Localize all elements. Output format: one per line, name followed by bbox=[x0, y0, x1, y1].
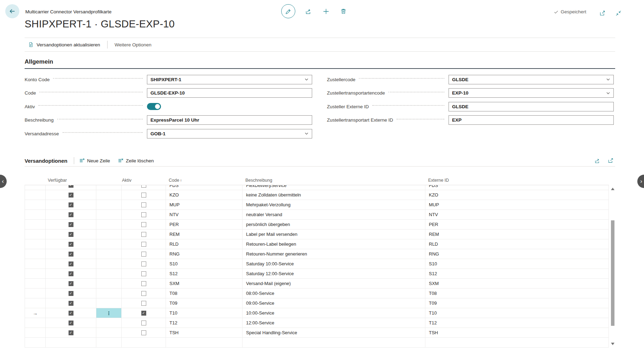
cell-verfuegbar[interactable]: ✓ bbox=[45, 200, 96, 209]
verfuegbar-checkbox[interactable]: ✓ bbox=[69, 242, 73, 247]
cell-code[interactable]: NTV bbox=[166, 210, 242, 219]
verfuegbar-checkbox[interactable]: ✓ bbox=[69, 291, 73, 296]
table-row[interactable]: ✓ RNG Retouren-Nummer generieren RNG bbox=[25, 249, 608, 259]
cell-code[interactable]: RLD bbox=[166, 239, 242, 249]
aktiv-checkbox[interactable] bbox=[141, 261, 146, 266]
cell-aktiv[interactable] bbox=[121, 200, 166, 209]
column-header-aktiv[interactable]: Aktiv bbox=[121, 178, 165, 185]
cell-aktiv[interactable] bbox=[121, 239, 166, 249]
aktiv-checkbox[interactable] bbox=[141, 242, 146, 247]
cell-code[interactable]: REM bbox=[166, 230, 242, 239]
cell-code[interactable]: KZO bbox=[166, 190, 242, 200]
open-in-new-window-button[interactable] bbox=[598, 8, 607, 18]
cell-verfuegbar[interactable]: ✓ bbox=[45, 249, 96, 259]
back-button[interactable] bbox=[5, 4, 19, 18]
cell-beschreibung[interactable]: Versand-Mail (eigene) bbox=[242, 279, 425, 288]
cell-code[interactable]: T09 bbox=[166, 298, 242, 308]
cell-row-selector[interactable] bbox=[25, 328, 45, 337]
verfuegbar-checkbox[interactable]: ✓ bbox=[69, 311, 73, 316]
cell-verfuegbar[interactable]: ✓ bbox=[45, 185, 96, 190]
field-input-versandadresse[interactable]: GOB-1 bbox=[147, 129, 312, 138]
cell-code[interactable]: SXM bbox=[166, 279, 242, 288]
delete-line-button[interactable]: Zeile löschen bbox=[118, 158, 154, 163]
next-record-button[interactable]: › bbox=[637, 175, 644, 188]
cell-externe-id[interactable]: T08 bbox=[425, 289, 609, 298]
cell-row-options[interactable] bbox=[96, 259, 121, 269]
cell-verfuegbar[interactable]: ✓ bbox=[45, 279, 96, 288]
cell-code[interactable]: PER bbox=[166, 220, 242, 229]
verfuegbar-checkbox[interactable]: ✓ bbox=[69, 271, 73, 276]
verfuegbar-checkbox[interactable]: ✓ bbox=[69, 185, 73, 188]
cell-beschreibung[interactable]: 08:00-Service bbox=[242, 289, 425, 298]
section-title-versandoptionen[interactable]: Versandoptionen bbox=[25, 158, 67, 164]
verfuegbar-checkbox[interactable]: ✓ bbox=[69, 202, 73, 207]
cell-verfuegbar[interactable]: ✓ bbox=[45, 269, 96, 278]
share-list-button[interactable] bbox=[593, 156, 602, 165]
cell-row-selector[interactable] bbox=[25, 220, 45, 229]
scroll-up-icon[interactable] bbox=[611, 188, 614, 190]
field-input-zustellertransportart-externe-id[interactable]: EXP bbox=[449, 115, 614, 125]
cell-externe-id[interactable]: NTV bbox=[425, 210, 609, 219]
new-record-button[interactable] bbox=[321, 7, 330, 16]
cell-row-selector[interactable] bbox=[25, 279, 45, 288]
cell-verfuegbar[interactable]: ✓ bbox=[45, 220, 96, 229]
cell-beschreibung[interactable]: Mehrpaket-Verzollung bbox=[242, 200, 425, 209]
field-input-beschreibung[interactable]: ExpressParcel 10 Uhr bbox=[147, 115, 312, 125]
section-title-allgemein[interactable]: Allgemein bbox=[25, 58, 615, 69]
table-row[interactable]: → ✓ ⋮ ✓ T10 10:00-Service T10 bbox=[25, 308, 608, 318]
cell-aktiv[interactable]: ✓ bbox=[121, 308, 166, 318]
dropdown-chevron-icon[interactable] bbox=[304, 131, 309, 136]
cell-row-selector[interactable] bbox=[25, 318, 45, 328]
edit-button[interactable] bbox=[281, 4, 295, 18]
aktiv-checkbox[interactable] bbox=[141, 291, 146, 296]
cell-externe-id[interactable]: S10 bbox=[425, 259, 609, 269]
field-input-konto-code[interactable]: SHIPXPERT-1 bbox=[147, 75, 312, 84]
cell-row-options[interactable] bbox=[96, 190, 121, 200]
cell-verfuegbar[interactable]: ✓ bbox=[45, 308, 96, 318]
scrollbar-thumb[interactable] bbox=[611, 220, 614, 326]
field-input-zustellertransportartencode[interactable]: EXP-10 bbox=[449, 88, 614, 98]
cell-row-selector[interactable] bbox=[25, 269, 45, 278]
table-row[interactable]: ✓ RLD Retouren-Label beilegen RLD bbox=[25, 239, 608, 249]
cell-code[interactable]: FDS bbox=[166, 185, 242, 190]
cell-code[interactable]: T08 bbox=[166, 289, 242, 298]
verfuegbar-checkbox[interactable]: ✓ bbox=[69, 193, 73, 198]
update-shipping-options-button[interactable]: Versandoptionen aktualisieren bbox=[25, 42, 104, 47]
table-row[interactable]: ✓ S10 Saturday 10:00-Service S10 bbox=[25, 259, 608, 269]
cell-row-options[interactable]: ⋮ bbox=[96, 308, 121, 318]
cell-verfuegbar[interactable]: ✓ bbox=[45, 259, 96, 269]
cell-row-options[interactable] bbox=[96, 200, 121, 209]
row-more-options-dots-icon[interactable]: ⋮ bbox=[107, 310, 111, 316]
cell-row-selector[interactable] bbox=[25, 185, 45, 190]
cell-verfuegbar[interactable]: ✓ bbox=[45, 190, 96, 200]
previous-record-button[interactable]: ‹ bbox=[0, 175, 7, 188]
cell-beschreibung[interactable]: Special Handling-Service bbox=[242, 328, 425, 337]
cell-beschreibung[interactable]: Saturday 12:00-Service bbox=[242, 269, 425, 278]
table-row[interactable]: ✓ KZO keine Zolldaten übermitteln KZO bbox=[25, 190, 608, 200]
table-row[interactable]: ✓ T08 08:00-Service T08 bbox=[25, 289, 608, 298]
cell-externe-id[interactable]: T12 bbox=[425, 318, 609, 328]
cell-externe-id[interactable]: PER bbox=[425, 220, 609, 229]
table-row[interactable]: ✓ T12 12:00-Service T12 bbox=[25, 318, 608, 328]
scroll-down-icon[interactable] bbox=[611, 343, 614, 345]
cell-code[interactable]: MUP bbox=[166, 200, 242, 209]
cell-beschreibung[interactable]: Retouren-Nummer generieren bbox=[242, 249, 425, 259]
more-options-button[interactable]: Weitere Optionen bbox=[110, 42, 156, 47]
aktiv-checkbox[interactable] bbox=[141, 252, 146, 257]
table-row[interactable]: ✓ NTV neutraler Versand NTV bbox=[25, 210, 608, 220]
verfuegbar-checkbox[interactable]: ✓ bbox=[69, 321, 73, 325]
cell-row-selector[interactable]: → bbox=[25, 308, 45, 318]
delete-record-button[interactable] bbox=[339, 7, 348, 16]
aktiv-checkbox[interactable] bbox=[141, 301, 146, 306]
cell-verfuegbar[interactable]: ✓ bbox=[45, 298, 96, 308]
column-header-externe-id[interactable]: Externe ID bbox=[425, 178, 609, 185]
verfuegbar-checkbox[interactable]: ✓ bbox=[69, 301, 73, 306]
cell-aktiv[interactable] bbox=[121, 298, 166, 308]
dropdown-chevron-icon[interactable] bbox=[606, 77, 610, 82]
aktiv-checkbox[interactable] bbox=[141, 321, 146, 325]
cell-verfuegbar[interactable]: ✓ bbox=[45, 239, 96, 249]
cell-row-selector[interactable] bbox=[25, 230, 45, 239]
cell-row-options[interactable] bbox=[96, 220, 121, 229]
cell-row-selector[interactable] bbox=[25, 200, 45, 209]
cell-row-options[interactable] bbox=[96, 279, 121, 288]
